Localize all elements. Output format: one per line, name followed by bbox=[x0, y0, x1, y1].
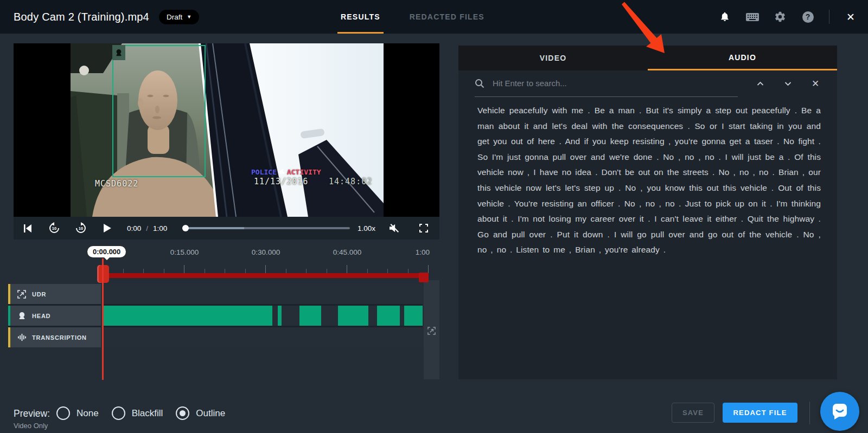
mute-icon[interactable] bbox=[387, 221, 401, 235]
skip-start-icon[interactable] bbox=[21, 221, 35, 235]
keyboard-icon[interactable] bbox=[746, 10, 759, 23]
header-divider bbox=[829, 10, 829, 24]
save-button[interactable]: SAVE bbox=[672, 403, 714, 423]
unit-id-overlay: MCSD6022 bbox=[95, 179, 138, 189]
resize-tracks-icon[interactable] bbox=[427, 327, 436, 335]
redaction-segment[interactable] bbox=[299, 306, 321, 326]
radio-outline-dot[interactable] bbox=[176, 406, 189, 420]
tab-results[interactable]: RESULTS bbox=[337, 0, 384, 34]
help-icon[interactable]: ? bbox=[801, 10, 814, 23]
status-label: Draft bbox=[167, 13, 182, 21]
radio-none-dot[interactable] bbox=[56, 406, 70, 420]
current-time: 0:00 bbox=[127, 224, 141, 232]
playback-speed[interactable]: 1.00x bbox=[358, 224, 375, 232]
draft-caret-icon: ▼ bbox=[187, 14, 192, 20]
redact-file-button[interactable]: REDACT FILE bbox=[723, 403, 797, 423]
tab-redacted-files[interactable]: REDACTED FILES bbox=[406, 0, 488, 34]
time-overlay: 14:48:02 bbox=[329, 177, 372, 186]
transcription-track-lane[interactable] bbox=[103, 327, 423, 347]
track-label-udr[interactable]: UDR bbox=[8, 284, 101, 304]
preview-scope-label: Video Only bbox=[14, 422, 48, 430]
radio-blackfill-dot[interactable] bbox=[112, 406, 125, 420]
range-handle-right[interactable] bbox=[419, 273, 429, 282]
svg-text:10: 10 bbox=[52, 226, 56, 231]
preview-label: Preview: bbox=[14, 408, 50, 419]
redaction-segment[interactable] bbox=[278, 306, 282, 326]
scrubber-knob[interactable] bbox=[182, 225, 189, 231]
chevron-down-icon[interactable] bbox=[783, 79, 793, 88]
ruler-label-15s: 0:15.000 bbox=[160, 248, 209, 256]
head-icon bbox=[17, 312, 26, 320]
footer-divider bbox=[809, 402, 810, 424]
date-overlay: 11/13/2016 bbox=[254, 177, 308, 186]
video-viewport[interactable]: MCSD6022 POLICE ACTIVITY 11/13/2016 14:4… bbox=[71, 43, 384, 217]
tab-video[interactable]: VIDEO bbox=[458, 46, 648, 70]
chat-bubble-icon[interactable] bbox=[820, 392, 859, 431]
radio-blackfill[interactable]: Blackfill bbox=[112, 406, 163, 420]
radio-outline[interactable]: Outline bbox=[176, 406, 225, 420]
redaction-segment[interactable] bbox=[103, 306, 272, 326]
gear-icon[interactable] bbox=[774, 10, 787, 23]
results-panel: VIDEO AUDIO ✕ Vehicle peacefully with me… bbox=[458, 46, 837, 379]
duration: 1:00 bbox=[153, 224, 167, 232]
search-input[interactable] bbox=[492, 78, 738, 88]
ruler-label-30s: 0:30.000 bbox=[241, 248, 290, 256]
redaction-segment[interactable] bbox=[338, 306, 368, 326]
play-icon[interactable] bbox=[100, 221, 114, 235]
track-label-head[interactable]: HEAD bbox=[8, 306, 101, 326]
redaction-range-bar[interactable] bbox=[103, 273, 429, 278]
head-detection-box[interactable] bbox=[112, 45, 206, 177]
playhead[interactable] bbox=[102, 258, 104, 380]
fullscreen-icon[interactable] bbox=[417, 221, 431, 235]
bell-icon[interactable] bbox=[718, 10, 731, 23]
search-icon bbox=[475, 79, 484, 88]
udr-track-lane[interactable] bbox=[103, 284, 423, 304]
track-label-column: UDR HEAD TRANSCRIPTION bbox=[8, 284, 101, 347]
timeline-side-strip bbox=[424, 280, 439, 379]
ruler-label-45s: 0:45.000 bbox=[323, 248, 372, 256]
status-dropdown[interactable]: Draft ▼ bbox=[159, 10, 199, 24]
head-track-lane[interactable] bbox=[103, 306, 423, 326]
radio-none[interactable]: None bbox=[56, 406, 99, 420]
video-player: MCSD6022 POLICE ACTIVITY 11/13/2016 14:4… bbox=[14, 43, 439, 217]
track-label-transcription[interactable]: TRANSCRIPTION bbox=[8, 327, 101, 347]
bounding-box-icon bbox=[17, 290, 26, 299]
time-display: 0:00 / 1:00 bbox=[127, 224, 167, 232]
preview-mode-radio-group: None Blackfill Outline bbox=[56, 406, 225, 420]
app-header: Body Cam 2 (Training).mp4 Draft ▼ RESULT… bbox=[0, 0, 868, 34]
playhead-time-pill[interactable]: 0:00.000 bbox=[87, 246, 126, 257]
transcript-search-row: ✕ bbox=[458, 70, 837, 96]
chevron-up-icon[interactable] bbox=[755, 79, 765, 88]
forward-10-icon[interactable]: 10 bbox=[74, 221, 88, 235]
waveform-icon bbox=[17, 333, 26, 342]
rewind-10-icon[interactable]: 10 bbox=[47, 221, 61, 235]
close-icon[interactable]: ✕ bbox=[844, 10, 857, 23]
clear-search-icon[interactable]: ✕ bbox=[810, 79, 820, 88]
tab-audio[interactable]: AUDIO bbox=[648, 46, 837, 70]
redaction-segment[interactable] bbox=[404, 306, 423, 326]
head-chip-icon bbox=[112, 45, 125, 60]
svg-text:10: 10 bbox=[79, 226, 83, 231]
transcript-text[interactable]: Vehicle peacefully with me . Be a man . … bbox=[458, 96, 837, 258]
redact-app-window: Body Cam 2 (Training).mp4 Draft ▼ RESULT… bbox=[0, 0, 868, 433]
player-controls: 10 10 0:00 / 1:00 1.00x bbox=[14, 217, 439, 240]
file-title: Body Cam 2 (Training).mp4 bbox=[14, 11, 149, 23]
seek-scrubber[interactable] bbox=[182, 224, 350, 232]
header-tab-bar: RESULTS REDACTED FILES bbox=[337, 0, 488, 34]
police-activity-logo-icon: POLICE ACTIVITY bbox=[251, 168, 321, 176]
ruler-ticks[interactable] bbox=[103, 265, 429, 273]
track-lane-area bbox=[103, 284, 423, 347]
ruler-label-60s: 1:00 bbox=[408, 248, 430, 256]
redaction-segment[interactable] bbox=[377, 306, 399, 326]
panel-tab-bar: VIDEO AUDIO bbox=[458, 46, 837, 70]
